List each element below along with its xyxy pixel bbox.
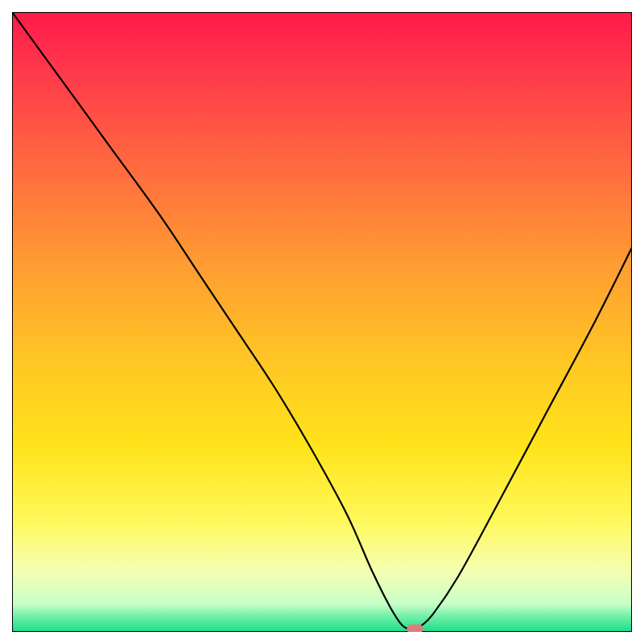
gradient-background xyxy=(12,12,632,632)
chart-frame: TheBottleneck.com xyxy=(12,12,632,632)
bottleneck-chart xyxy=(12,12,632,632)
optimal-marker xyxy=(407,625,423,632)
